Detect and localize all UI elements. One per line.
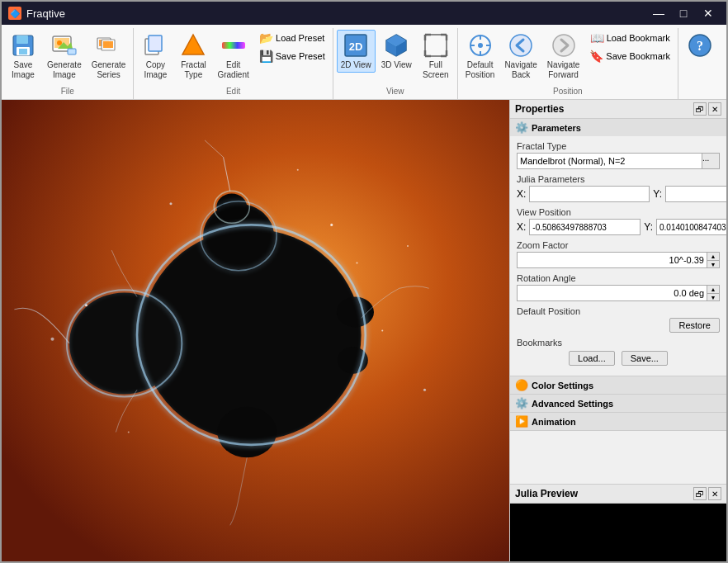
save-bookmark-dialog-button[interactable]: Save...: [622, 351, 668, 366]
position-group-items: DefaultPosition NavigateBack: [461, 30, 674, 85]
svg-point-47: [423, 389, 426, 391]
load-bookmark-icon: 📖: [590, 31, 604, 45]
maximize-button[interactable]: □: [672, 5, 695, 21]
save-bookmark-button[interactable]: 🔖 Save Bookmark: [585, 48, 674, 64]
fractal-type-row: Fractal Type ...: [517, 141, 720, 169]
bookmarks-label: Bookmarks: [517, 338, 720, 348]
3d-view-icon: [383, 32, 409, 59]
default-position-button[interactable]: DefaultPosition: [461, 30, 499, 83]
parameters-section-header[interactable]: ⚙️ Parameters: [510, 119, 726, 136]
julia-y-input[interactable]: [665, 186, 726, 202]
rotation-angle-up-button[interactable]: ▲: [707, 285, 720, 293]
load-bookmark-dialog-button[interactable]: Load...: [569, 351, 615, 366]
edit-group-items: CopyImage FractalType Edit: [137, 30, 329, 85]
properties-restore-button[interactable]: 🗗: [693, 102, 707, 116]
view-pos-x-input[interactable]: [529, 219, 641, 235]
help-button[interactable]: ?: [682, 30, 718, 63]
properties-title-controls: 🗗 ✕: [693, 102, 721, 116]
color-settings-label: Color Settings: [532, 381, 593, 390]
edit-gradient-icon: [220, 32, 247, 59]
advanced-settings-header[interactable]: ⚙️ Advanced Settings: [510, 395, 726, 412]
zoom-factor-input[interactable]: [517, 252, 707, 268]
2d-view-label: 2D View: [341, 60, 371, 70]
ribbon-group-edit: CopyImage FractalType Edit: [134, 28, 333, 99]
properties-panel: Properties 🗗 ✕ ⚙️ Parameters: [509, 100, 726, 561]
help-icon: ?: [687, 32, 713, 59]
navigate-back-label: NavigateBack: [504, 60, 537, 80]
parameters-section-label: Parameters: [532, 123, 581, 133]
animation-icon: ▶️: [515, 415, 528, 428]
save-bookmark-label: Save Bookmark: [606, 51, 670, 61]
save-preset-icon: 💾: [259, 50, 273, 63]
load-preset-button[interactable]: 📂 Load Preset: [255, 30, 329, 46]
properties-title-label: Properties: [515, 103, 564, 115]
zoom-factor-row: Zoom Factor ▲ ▼: [517, 240, 720, 268]
fractal-type-browse-button[interactable]: ...: [702, 153, 720, 169]
copy-image-label: CopyImage: [144, 60, 168, 80]
save-image-label: SaveImage: [12, 60, 35, 80]
zoom-factor-up-button[interactable]: ▲: [707, 252, 720, 260]
svg-point-49: [407, 245, 409, 247]
preset-buttons: 📂 Load Preset 💾 Save Preset: [255, 30, 329, 64]
3d-view-button[interactable]: 3D View: [377, 30, 416, 73]
generate-series-icon: [96, 32, 122, 59]
view-pos-y-input[interactable]: [656, 219, 726, 235]
edit-group-label: Edit: [137, 87, 329, 97]
navigate-back-button[interactable]: NavigateBack: [500, 30, 541, 83]
save-image-button[interactable]: SaveImage: [5, 30, 41, 83]
svg-point-23: [553, 35, 574, 56]
save-preset-label: Save Preset: [276, 51, 325, 61]
color-settings-icon: 🟠: [515, 379, 528, 391]
edit-gradient-button[interactable]: EditGradient: [213, 30, 253, 83]
svg-rect-19: [425, 35, 447, 56]
view-group-label: View: [337, 87, 454, 97]
svg-point-44: [381, 329, 383, 331]
copy-image-button[interactable]: CopyImage: [137, 30, 173, 83]
svg-point-22: [510, 35, 532, 56]
default-position-icon: [467, 32, 494, 59]
generate-series-button[interactable]: GenerateSeries: [87, 30, 130, 83]
advanced-settings-section: ⚙️ Advanced Settings: [510, 395, 726, 413]
bookmarks-row: Bookmarks Load... Save...: [517, 338, 720, 366]
restore-button[interactable]: Restore: [669, 318, 720, 333]
close-button[interactable]: ✕: [697, 5, 720, 21]
julia-preview-restore-button[interactable]: 🗗: [693, 487, 707, 500]
properties-scroll-area[interactable]: ⚙️ Parameters Fractal Type ...: [510, 119, 726, 484]
save-bookmark-icon: 🔖: [589, 50, 603, 63]
julia-x-input[interactable]: [529, 186, 650, 202]
default-position-actions: Restore: [517, 318, 720, 333]
full-screen-icon: [423, 32, 449, 59]
app-icon: 🔷: [8, 7, 21, 20]
rotation-angle-input[interactable]: [517, 285, 707, 301]
fractal-type-input[interactable]: [517, 153, 702, 169]
generate-image-button[interactable]: GenerateImage: [43, 30, 86, 83]
minimize-button[interactable]: —: [647, 5, 670, 21]
rotation-angle-down-button[interactable]: ▼: [707, 293, 720, 301]
zoom-factor-spinbox: ▲ ▼: [517, 252, 720, 268]
zoom-factor-down-button[interactable]: ▼: [707, 260, 720, 268]
edit-gradient-label: EditGradient: [217, 60, 248, 80]
color-settings-header[interactable]: 🟠 Color Settings: [510, 376, 726, 394]
julia-preview-close-button[interactable]: ✕: [708, 487, 721, 500]
save-preset-button[interactable]: 💾 Save Preset: [255, 48, 329, 64]
svg-point-43: [50, 338, 54, 341]
generate-series-label: GenerateSeries: [92, 60, 126, 80]
navigate-forward-button[interactable]: NavigateForward: [543, 30, 584, 83]
properties-close-button[interactable]: ✕: [708, 102, 721, 116]
rotation-angle-row: Rotation Angle ▲ ▼: [517, 273, 720, 301]
animation-header[interactable]: ▶️ Animation: [510, 413, 726, 430]
fractal-canvas-area[interactable]: [2, 100, 509, 561]
julia-y-label: Y:: [653, 188, 662, 200]
fractal-type-button[interactable]: FractalType: [175, 30, 211, 83]
2d-view-button[interactable]: 2D 2D View: [337, 30, 376, 73]
fractal-type-label: FractalType: [181, 60, 206, 80]
parameters-section-icon: ⚙️: [515, 121, 528, 134]
window-title: Fraqtive: [26, 7, 65, 20]
full-screen-button[interactable]: FullScreen: [418, 30, 454, 83]
load-bookmark-button[interactable]: 📖 Load Bookmark: [586, 30, 674, 46]
advanced-settings-label: Advanced Settings: [532, 399, 613, 409]
navigate-forward-label: NavigateForward: [547, 60, 579, 80]
view-position-inputs: X: Y:: [517, 219, 720, 235]
svg-point-40: [330, 224, 333, 226]
animation-label: Animation: [532, 417, 576, 427]
